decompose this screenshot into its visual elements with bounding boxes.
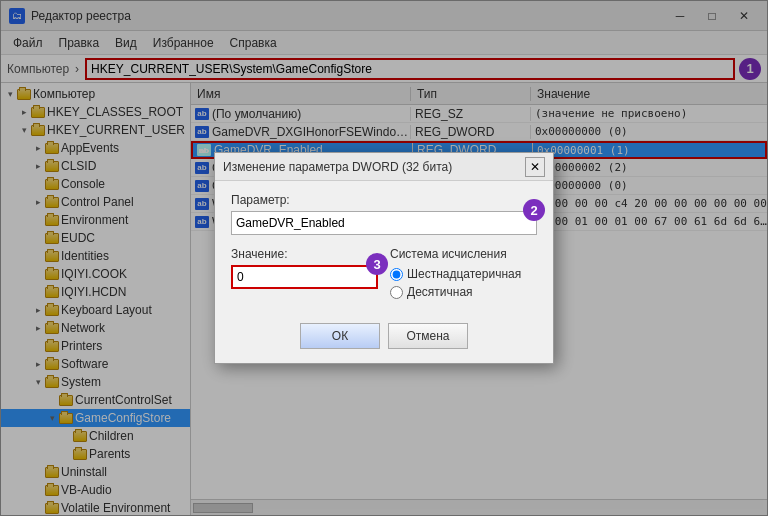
modal-body: Параметр: 2 Значение: 3 (215, 181, 553, 315)
param-label: Параметр: (231, 193, 537, 207)
value-input-section: Значение: 3 (231, 247, 378, 289)
step-badge-3: 3 (366, 253, 388, 275)
modal-overlay: Изменение параметра DWORD (32 бита) ✕ Па… (0, 0, 768, 516)
value-label: Значение: (231, 247, 378, 261)
modal-title-bar: Изменение параметра DWORD (32 бита) ✕ (215, 153, 553, 181)
radix-label: Система исчисления (390, 247, 537, 261)
modal-close-button[interactable]: ✕ (525, 157, 545, 177)
dword-edit-dialog: Изменение параметра DWORD (32 бита) ✕ Па… (214, 152, 554, 364)
modal-footer: ОК Отмена (215, 315, 553, 363)
radio-hex[interactable] (390, 268, 403, 281)
radio-dec-label[interactable]: Десятичная (390, 285, 537, 299)
param-input[interactable] (231, 211, 537, 235)
cancel-button[interactable]: Отмена (388, 323, 468, 349)
value-section: Значение: 3 Система исчисления Шестнадца… (231, 247, 537, 303)
modal-title: Изменение параметра DWORD (32 бита) (223, 160, 452, 174)
value-input[interactable] (231, 265, 378, 289)
step-badge-2: 2 (530, 203, 537, 218)
radio-hex-label[interactable]: Шестнадцатеричная (390, 267, 537, 281)
ok-button[interactable]: ОК (300, 323, 380, 349)
radio-dec[interactable] (390, 286, 403, 299)
radix-section: Система исчисления Шестнадцатеричная Дес… (390, 247, 537, 303)
value-input-wrapper: 3 (231, 265, 378, 289)
